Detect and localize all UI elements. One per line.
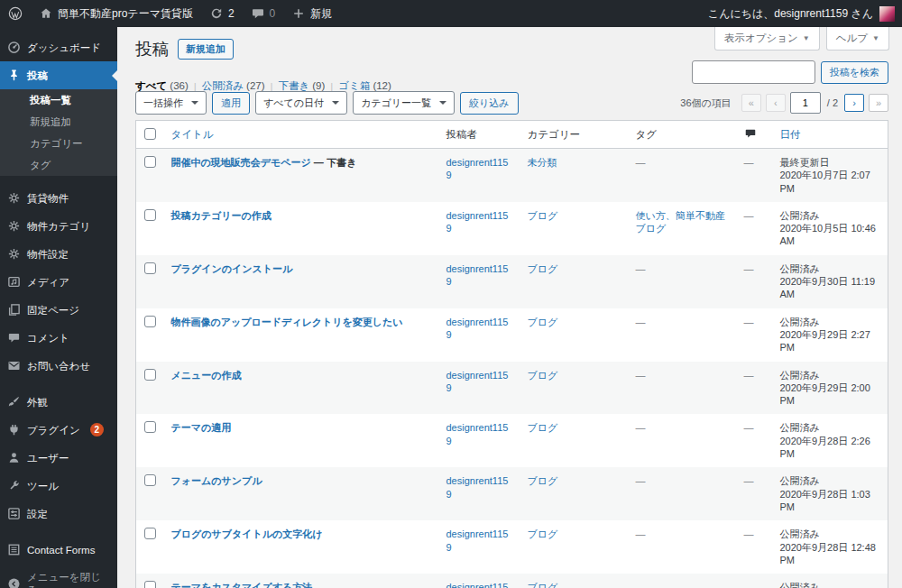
category-link[interactable]: ブログ: [528, 317, 558, 327]
date-filter-select[interactable]: すべての日付: [255, 91, 347, 115]
help-button[interactable]: ヘルプ ▼: [826, 27, 889, 51]
sidebar-item-rental-properties[interactable]: 賃貸物件: [0, 184, 117, 212]
sidebar-item-contact[interactable]: お問い合わせ: [0, 352, 117, 380]
pagination: 36個の項目 « ‹ / 2 › »: [680, 92, 888, 114]
sidebar-subitem-posts-all[interactable]: 投稿一覧: [0, 89, 117, 111]
search-input[interactable]: [692, 60, 815, 84]
first-page-button[interactable]: «: [741, 94, 761, 112]
post-title-link[interactable]: 開催中の現地販売会デモページ: [171, 157, 311, 168]
wp-logo-menu[interactable]: [0, 0, 31, 27]
sidebar-item-users[interactable]: ユーザー: [0, 444, 117, 472]
sidebar-item-property-categories[interactable]: 物件カテゴリ: [0, 212, 117, 240]
sidebar-item-posts[interactable]: 投稿: [0, 61, 117, 89]
search-posts-button[interactable]: 投稿を検索: [821, 61, 888, 84]
author-link[interactable]: designrent1159: [446, 528, 509, 552]
screen-options-label: 表示オプション: [724, 32, 798, 45]
post-title-link[interactable]: メニューの作成: [171, 370, 242, 381]
row-checkbox[interactable]: [144, 421, 156, 433]
column-header-date[interactable]: 日付: [772, 121, 888, 149]
category-link[interactable]: ブログ: [528, 528, 558, 539]
post-title-link[interactable]: ブログのサブタイトルの文字化け: [171, 528, 323, 539]
category-link[interactable]: ブログ: [528, 422, 558, 433]
sidebar-item-property-settings[interactable]: 物件設定: [0, 240, 117, 268]
row-checkbox[interactable]: [144, 528, 156, 539]
author-link[interactable]: designrent1159: [446, 582, 509, 588]
sidebar-item-label: お問い合わせ: [27, 360, 90, 372]
bulk-action-select[interactable]: 一括操作: [135, 91, 207, 115]
new-content-link[interactable]: 新規: [283, 0, 340, 27]
category-filter-select[interactable]: カテゴリー一覧: [353, 91, 455, 115]
author-link[interactable]: designrent1159: [446, 422, 509, 446]
sidebar-item-media[interactable]: メディア: [0, 268, 117, 296]
site-name-link[interactable]: 簡単不動産proテーマ賃貸版: [31, 0, 201, 27]
prev-page-button[interactable]: ‹: [766, 94, 786, 112]
sidebar-subitem-posts-new[interactable]: 新規追加: [0, 111, 117, 133]
row-checkbox[interactable]: [144, 474, 156, 486]
comments-link[interactable]: 0: [243, 0, 284, 27]
sidebar-item-dashboard[interactable]: ダッシュボード: [0, 33, 117, 61]
row-checkbox[interactable]: [144, 209, 156, 221]
updates-link[interactable]: 2: [201, 0, 243, 27]
date-filter-value: すべての日付: [263, 96, 324, 110]
help-label: ヘルプ: [836, 32, 868, 45]
sidebar-item-label: ユーザー: [27, 452, 69, 464]
apply-button[interactable]: 適用: [212, 92, 250, 115]
post-title-link[interactable]: 物件画像のアップロードディレクトリを変更したい: [171, 317, 403, 327]
no-tags-dash: —: [636, 263, 646, 274]
current-page-input[interactable]: [790, 92, 821, 114]
add-new-button[interactable]: 新規追加: [178, 39, 234, 60]
site-name: 簡単不動産proテーマ賃貸版: [58, 6, 193, 22]
post-title-link[interactable]: テーマをカスタマイズする方法: [171, 582, 313, 588]
bulk-action-value: 一括操作: [143, 96, 183, 110]
sidebar-item-settings[interactable]: 設定: [0, 500, 117, 528]
sidebar-item-plugins[interactable]: プラグイン2: [0, 416, 117, 444]
author-link[interactable]: designrent1159: [446, 157, 509, 180]
author-link[interactable]: designrent1159: [446, 475, 509, 499]
row-checkbox[interactable]: [144, 581, 156, 588]
my-account-link[interactable]: こんにちは、designrent1159 さん: [708, 6, 902, 22]
category-link[interactable]: ブログ: [528, 475, 558, 486]
sidebar-item-label: ダッシュボード: [27, 41, 101, 54]
sidebar-item-collapse-menu[interactable]: メニューを閉じる: [0, 564, 117, 588]
sidebar-item-appearance[interactable]: 外観: [0, 388, 117, 416]
chevron-down-icon: [439, 101, 446, 108]
filter-button[interactable]: 絞り込み: [460, 92, 519, 115]
mail-icon: [7, 359, 21, 372]
screen-options-button[interactable]: 表示オプション ▼: [714, 27, 820, 51]
post-title-link[interactable]: テーマの適用: [171, 422, 232, 433]
category-link[interactable]: ブログ: [528, 582, 558, 588]
updates-count: 2: [228, 7, 235, 20]
post-title-link[interactable]: プラグインのインストール: [171, 263, 293, 274]
table-row: メニューの作成 designrent1159 ブログ — — 公開済み 2020…: [136, 362, 888, 415]
media-icon: [7, 275, 21, 289]
sidebar-subitem-tags[interactable]: タグ: [0, 154, 117, 176]
sidebar-item-contact-forms[interactable]: Contact Forms: [0, 536, 117, 564]
author-link[interactable]: designrent1159: [446, 370, 509, 393]
post-title-link[interactable]: 投稿カテゴリーの作成: [171, 210, 272, 221]
author-link[interactable]: designrent1159: [446, 317, 509, 340]
tag-link[interactable]: 使い方、簡単不動産ブログ: [636, 210, 725, 234]
table-row: テーマをカスタマイズする方法 designrent1159 ブログ — — 公開…: [136, 574, 888, 588]
row-checkbox[interactable]: [144, 262, 156, 274]
category-link[interactable]: 未分類: [528, 157, 557, 168]
next-page-button[interactable]: ›: [844, 94, 864, 112]
column-header-title[interactable]: タイトル: [163, 121, 438, 149]
comments-count: —: [744, 263, 754, 274]
row-checkbox[interactable]: [144, 156, 156, 168]
page-header: 投稿 新規追加: [135, 38, 234, 60]
select-all-checkbox[interactable]: [144, 128, 156, 140]
post-title-link[interactable]: フォームのサンプル: [171, 475, 262, 486]
comments-count: —: [744, 157, 754, 168]
sidebar-item-tools[interactable]: ツール: [0, 472, 117, 500]
row-checkbox[interactable]: [144, 369, 156, 381]
category-link[interactable]: ブログ: [528, 263, 558, 274]
row-checkbox[interactable]: [144, 316, 156, 327]
sidebar-item-pages[interactable]: 固定ページ: [0, 296, 117, 324]
sidebar-item-comments[interactable]: コメント: [0, 324, 117, 352]
author-link[interactable]: designrent1159: [446, 263, 509, 287]
sidebar-subitem-categories[interactable]: カテゴリー: [0, 133, 117, 154]
last-page-button[interactable]: »: [869, 94, 888, 112]
category-link[interactable]: ブログ: [528, 370, 558, 381]
author-link[interactable]: designrent1159: [446, 210, 509, 234]
category-link[interactable]: ブログ: [528, 210, 558, 221]
